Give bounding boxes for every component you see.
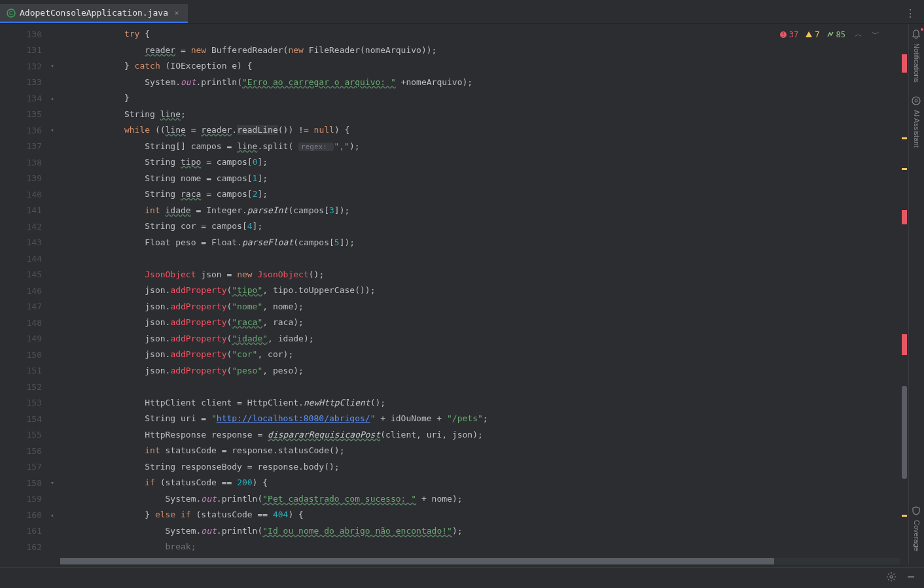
gutter-line[interactable]: 142 <box>0 218 60 235</box>
gutter-line[interactable]: 157 <box>0 459 60 476</box>
gutter-line[interactable]: 156 <box>0 443 60 459</box>
gutter-line[interactable]: 155 <box>0 427 60 443</box>
horizontal-scrollbar[interactable] <box>60 558 900 564</box>
gutter-line[interactable]: 150 <box>0 347 60 363</box>
gutter[interactable]: 130131132▾133134▴135136▾1371381391401411… <box>0 24 60 564</box>
warning-marker[interactable] <box>902 137 907 139</box>
gutter-line[interactable]: 158▾ <box>0 475 60 491</box>
gutter-line[interactable]: 136▾ <box>0 122 60 139</box>
code-line[interactable]: if (statusCode == 200) { <box>60 475 924 491</box>
close-icon[interactable]: ✕ <box>172 9 181 18</box>
tab-file[interactable]: C AdopetConsoleApplication.java ✕ <box>0 4 188 23</box>
gutter-line[interactable]: 146 <box>0 283 60 299</box>
code-line[interactable] <box>60 251 924 267</box>
svg-point-5 <box>915 99 917 102</box>
fold-expand-icon[interactable]: ▾ <box>48 126 56 134</box>
gutter-line[interactable]: 133 <box>0 75 60 91</box>
vertical-scrollbar-thumb[interactable] <box>902 386 907 479</box>
gutter-line[interactable]: 151 <box>0 363 60 379</box>
status-bar <box>0 567 924 588</box>
code-line[interactable]: String responseBody = response.body(); <box>60 459 924 476</box>
code-line[interactable]: json.addProperty("raca", raca); <box>60 315 924 331</box>
code-line[interactable]: break; <box>60 539 924 555</box>
code-line[interactable]: String nome = campos[1]; <box>60 171 924 187</box>
code-line[interactable]: HttpClient client = HttpClient.newHttpCl… <box>60 395 924 411</box>
minimize-icon[interactable] <box>906 572 916 584</box>
error-marker[interactable] <box>902 54 907 73</box>
code-line[interactable]: json.addProperty("nome", nome); <box>60 299 924 315</box>
gutter-line[interactable]: 154 <box>0 411 60 427</box>
gutter-line[interactable]: 132▾ <box>0 58 60 75</box>
notifications-button[interactable]: Notifications <box>911 29 923 82</box>
svg-point-6 <box>890 576 893 578</box>
scrollbar-thumb[interactable] <box>60 558 774 564</box>
code-line[interactable]: json.addProperty("tipo", tipo.toUpperCas… <box>60 283 924 299</box>
gutter-line[interactable]: 139 <box>0 171 60 187</box>
coverage-button[interactable]: Coverage <box>911 506 923 551</box>
ai-assistant-button[interactable]: AI Assistant <box>911 95 923 147</box>
gutter-line[interactable]: 145 <box>0 267 60 283</box>
fold-expand-icon[interactable]: ▾ <box>48 479 56 487</box>
code-line[interactable]: Float peso = Float.parseFloat(campos[5])… <box>60 235 924 251</box>
settings-icon[interactable] <box>886 572 897 584</box>
gutter-line[interactable]: 138 <box>0 154 60 171</box>
gutter-line[interactable]: 144 <box>0 251 60 267</box>
gutter-line[interactable]: 143 <box>0 235 60 251</box>
gutter-line[interactable]: 140 <box>0 186 60 203</box>
code-line[interactable]: System.out.println("Pet cadastrado com s… <box>60 491 924 508</box>
class-icon: C <box>7 9 16 18</box>
tab-label: AdopetConsoleApplication.java <box>20 8 168 18</box>
svg-point-4 <box>912 97 920 105</box>
gutter-line[interactable]: 148 <box>0 315 60 331</box>
code-line[interactable]: try { <box>60 26 924 43</box>
code-line[interactable]: json.addProperty("peso", peso); <box>60 363 924 379</box>
editor[interactable]: 130131132▾133134▴135136▾1371381391401411… <box>0 24 924 564</box>
code-line[interactable] <box>60 379 924 395</box>
gutter-line[interactable]: 134▴ <box>0 90 60 107</box>
warning-marker[interactable] <box>902 515 907 517</box>
gutter-line[interactable]: 137 <box>0 139 60 155</box>
code-line[interactable]: json.addProperty("idade", idade); <box>60 331 924 347</box>
code-line[interactable]: System.out.println("Erro ao carregar o a… <box>60 75 924 91</box>
error-marker[interactable] <box>902 334 907 355</box>
gutter-line[interactable]: 152 <box>0 379 60 395</box>
code-line[interactable]: String tipo = campos[0]; <box>60 154 924 171</box>
gutter-line[interactable]: 153 <box>0 395 60 411</box>
code-line[interactable]: HttpResponse response = dispararRequisic… <box>60 427 924 443</box>
code-line[interactable]: } catch (IOException e) { <box>60 58 924 75</box>
code-line[interactable]: while ((line = reader.readLine()) != nul… <box>60 122 924 139</box>
code-line[interactable]: } <box>60 90 924 107</box>
code-line[interactable]: String line; <box>60 107 924 123</box>
gutter-line[interactable]: 147 <box>0 299 60 315</box>
gutter-line[interactable]: 130 <box>0 26 60 43</box>
svg-text:C: C <box>9 10 14 16</box>
fold-collapse-icon[interactable]: ▴ <box>48 94 56 102</box>
code-line[interactable]: int idade = Integer.parseInt(campos[3]); <box>60 203 924 219</box>
fold-expand-icon[interactable]: ▾ <box>48 62 56 70</box>
more-tabs-button[interactable]: ⋮ <box>897 7 924 20</box>
code-area[interactable]: try { reader = new BufferedReader(new Fi… <box>60 24 924 564</box>
gutter-line[interactable]: 131 <box>0 43 60 59</box>
code-line[interactable]: JsonObject json = new JsonObject(); <box>60 267 924 283</box>
notification-dot-icon <box>921 28 923 31</box>
code-line[interactable]: String cor = campos[4]; <box>60 218 924 235</box>
error-marker[interactable] <box>902 210 907 224</box>
code-line[interactable]: json.addProperty("cor", cor); <box>60 347 924 363</box>
gutter-line[interactable]: 160▴ <box>0 507 60 523</box>
code-line[interactable]: int statusCode = response.statusCode(); <box>60 443 924 459</box>
gutter-line[interactable]: 135 <box>0 107 60 123</box>
gutter-line[interactable]: 159 <box>0 491 60 508</box>
gutter-line[interactable]: 161 <box>0 523 60 540</box>
error-stripe[interactable] <box>900 24 908 541</box>
code-line[interactable]: } else if (statusCode == 404) { <box>60 507 924 523</box>
code-line[interactable]: System.out.println("Id ou nome do abrigo… <box>60 523 924 540</box>
code-line[interactable]: String uri = "http://localhost:8080/abri… <box>60 411 924 427</box>
gutter-line[interactable]: 149 <box>0 331 60 347</box>
gutter-line[interactable]: 141 <box>0 203 60 219</box>
code-line[interactable]: String raca = campos[2]; <box>60 186 924 203</box>
code-line[interactable]: String[] campos = line.split( regex: ","… <box>60 139 924 155</box>
fold-collapse-icon[interactable]: ▴ <box>48 511 56 519</box>
gutter-line[interactable]: 162 <box>0 539 60 555</box>
code-line[interactable]: reader = new BufferedReader(new FileRead… <box>60 43 924 59</box>
warning-marker[interactable] <box>902 168 907 170</box>
